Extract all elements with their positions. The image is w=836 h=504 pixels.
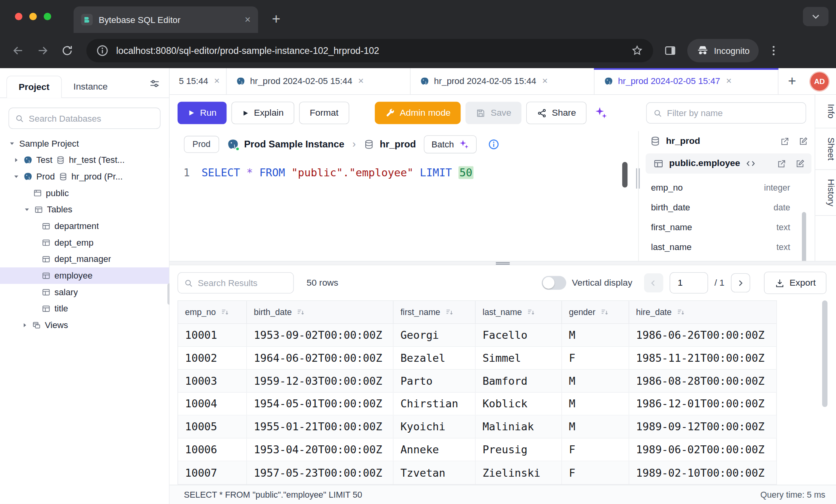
rail-tab-sheet[interactable]: Sheet (815, 128, 836, 170)
sql-table-ref: "public"."employee" (291, 166, 414, 179)
panel-table-name: public.employee (669, 158, 740, 169)
bookmark-star-icon[interactable] (631, 44, 643, 57)
header-first-name[interactable]: first_name (393, 301, 476, 323)
sheet-tab-2[interactable]: hr_prod 2024-02-05 15:44 × (410, 68, 594, 94)
cell: Parto (393, 370, 476, 392)
close-icon[interactable]: × (214, 76, 220, 87)
save-label: Save (491, 108, 511, 118)
external-link-icon[interactable] (776, 158, 786, 169)
tree-node-views-group[interactable]: Views (0, 317, 169, 334)
admin-mode-button[interactable]: Admin mode (375, 102, 461, 124)
sheet-tab-label: hr_prod 2024-02-05 15:47 (618, 76, 720, 86)
sidebar-header: Project Instance (0, 68, 169, 98)
sort-icon (221, 308, 229, 317)
panel-resize-handle[interactable] (636, 168, 641, 189)
table-icon (653, 158, 664, 169)
page-number-input[interactable] (669, 272, 708, 294)
tree-node-table-title[interactable]: title (0, 300, 169, 317)
tree-node-table-dept-emp[interactable]: dept_emp (0, 235, 169, 251)
header-gender[interactable]: gender (562, 301, 629, 323)
reload-icon[interactable] (61, 44, 73, 57)
run-button[interactable]: Run (178, 102, 227, 124)
zoom-window-button[interactable] (44, 13, 51, 20)
external-link-icon[interactable] (779, 136, 790, 146)
site-info-icon[interactable] (96, 44, 109, 57)
sheet-tab-1[interactable]: hr_prod 2024-02-05 15:44 × (226, 68, 410, 94)
results-search (178, 272, 294, 294)
postgres-icon (23, 172, 33, 181)
tree-node-table-salary[interactable]: salary (0, 284, 169, 301)
close-tab-icon[interactable]: × (245, 14, 251, 26)
minimize-window-button[interactable] (29, 13, 37, 20)
export-button[interactable]: Export (764, 272, 826, 294)
cell: F (562, 438, 629, 460)
format-button[interactable]: Format (299, 102, 349, 124)
close-icon[interactable]: × (542, 76, 548, 87)
header-hire-date[interactable]: hire_date (629, 301, 777, 323)
search-databases-input[interactable] (29, 113, 154, 124)
tab-project[interactable]: Project (6, 76, 61, 98)
cell: 1957-05-23T00:00:00Z (247, 461, 393, 484)
filter-by-name-input[interactable] (667, 108, 799, 118)
results-splitter[interactable] (170, 261, 836, 265)
edit-icon[interactable] (798, 136, 809, 146)
code-icon[interactable] (746, 158, 756, 169)
row-count: 50 rows (307, 277, 338, 288)
vertical-display-label: Vertical display (572, 277, 632, 288)
info-icon[interactable] (488, 139, 500, 151)
rail-tab-info[interactable]: Info (815, 95, 836, 128)
sheet-tab-0[interactable]: 5 15:44 × (170, 68, 227, 94)
schema-info-panel: hr_prod public.employee (642, 131, 815, 261)
explain-button[interactable]: Explain (232, 102, 294, 124)
new-tab-button[interactable]: + (266, 9, 287, 30)
share-button[interactable]: Share (526, 102, 587, 124)
sidebar: Project Instance Sample Project Test (0, 68, 170, 504)
side-rail: Info Sheet History (815, 95, 836, 261)
tree-node-table-dept-manager[interactable]: dept_manager (0, 251, 169, 267)
close-icon[interactable]: × (726, 76, 732, 87)
save-button[interactable]: Save (466, 102, 522, 124)
rail-tab-history[interactable]: History (815, 170, 836, 216)
browser-tab[interactable]: Bytebase SQL Editor × (74, 6, 258, 33)
database-name: hr_prod (380, 139, 416, 150)
address-bar[interactable]: localhost:8080/sql-editor/prod-sample-in… (86, 39, 653, 62)
tree-node-sample-project[interactable]: Sample Project (0, 135, 169, 152)
side-panel-icon[interactable] (664, 44, 677, 57)
tree-node-prod-database[interactable]: Prod hr_prod (Pr... (0, 168, 169, 185)
sql-editor[interactable]: 1 SELECT * FROM "public"."employee" LIMI… (170, 158, 639, 261)
close-window-button[interactable] (15, 13, 23, 20)
editor-scrollbar[interactable] (622, 162, 627, 188)
back-icon[interactable] (12, 44, 25, 57)
next-page-button[interactable] (731, 273, 750, 292)
close-icon[interactable]: × (358, 76, 364, 87)
panel-scrollbar[interactable] (802, 212, 806, 261)
results-scrollbar[interactable] (822, 300, 827, 407)
header-emp-no[interactable]: emp_no (178, 301, 247, 323)
tune-icon[interactable] (149, 78, 161, 90)
tree-node-test-database[interactable]: Test hr_test (Test... (0, 152, 169, 168)
search-results-input[interactable] (198, 278, 288, 288)
tab-search-button[interactable] (803, 7, 829, 26)
avatar[interactable]: AD (810, 72, 828, 90)
tree-node-table-department[interactable]: department (0, 218, 169, 235)
results-controls: 50 rows Vertical display / 1 (170, 265, 836, 295)
tab-instance[interactable]: Instance (61, 76, 119, 97)
add-sheet-button[interactable]: + (788, 73, 796, 90)
forward-icon[interactable] (36, 44, 49, 57)
run-label: Run (200, 108, 217, 118)
sheet-tab-3-active[interactable]: hr_prod 2024-02-05 15:47 × (594, 68, 778, 94)
ai-sparkle-icon[interactable] (594, 106, 608, 120)
header-birth-date[interactable]: birth_date (247, 301, 393, 323)
tree-node-table-employee[interactable]: employee (0, 267, 169, 284)
database-icon (650, 136, 661, 147)
browser-menu-icon[interactable] (767, 44, 780, 57)
batch-button[interactable]: Batch (424, 135, 477, 153)
vertical-display-toggle[interactable] (541, 276, 566, 290)
environment-chip[interactable]: Prod (184, 136, 219, 153)
tree-node-tables-group[interactable]: Tables (0, 201, 169, 218)
panel-table-row[interactable]: public.employee (646, 153, 811, 174)
prev-page-button[interactable] (644, 273, 663, 292)
edit-icon[interactable] (795, 158, 805, 169)
header-last-name[interactable]: last_name (476, 301, 562, 323)
tree-node-schema-public[interactable]: public (0, 185, 169, 202)
